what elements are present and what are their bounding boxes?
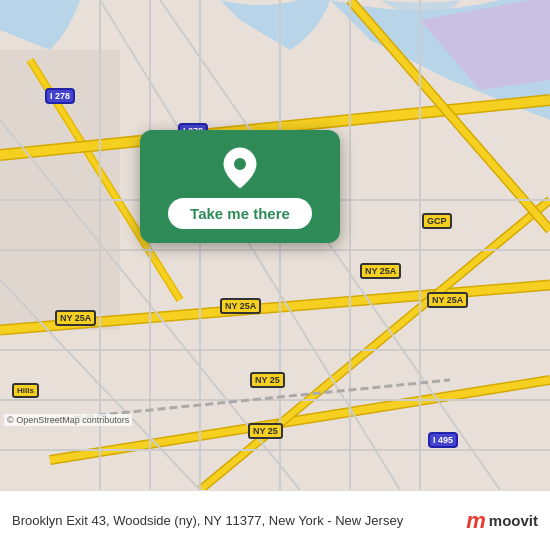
shield-i495: I 495 bbox=[428, 432, 458, 448]
shield-i278-left: I 278 bbox=[45, 88, 75, 104]
shield-hills: Hills bbox=[12, 383, 39, 398]
moovit-m-letter: m bbox=[466, 508, 486, 534]
svg-point-30 bbox=[233, 157, 247, 171]
shield-ny25a-right: NY 25A bbox=[360, 263, 401, 279]
shield-ny25a-left: NY 25A bbox=[55, 310, 96, 326]
moovit-word: moovit bbox=[489, 512, 538, 529]
shield-ny25a-center: NY 25A bbox=[220, 298, 261, 314]
shield-ny25a-far-right: NY 25A bbox=[427, 292, 468, 308]
take-me-there-button[interactable]: Take me there bbox=[168, 198, 312, 229]
moovit-logo: m moovit bbox=[466, 508, 538, 534]
action-card: Take me there bbox=[140, 130, 340, 243]
address-text: Brooklyn Exit 43, Woodside (ny), NY 1137… bbox=[12, 513, 466, 528]
location-pin-icon bbox=[218, 146, 262, 190]
bottom-bar: Brooklyn Exit 43, Woodside (ny), NY 1137… bbox=[0, 490, 550, 550]
shield-ny25-center: NY 25 bbox=[250, 372, 285, 388]
map-attribution: © OpenStreetMap contributors bbox=[4, 414, 132, 426]
shield-ny25-bottom: NY 25 bbox=[248, 423, 283, 439]
shield-gcp: GCP bbox=[422, 213, 452, 229]
map-view: I 278 I 278 NY 25A NY 25A NY 25A NY 25 N… bbox=[0, 0, 550, 490]
